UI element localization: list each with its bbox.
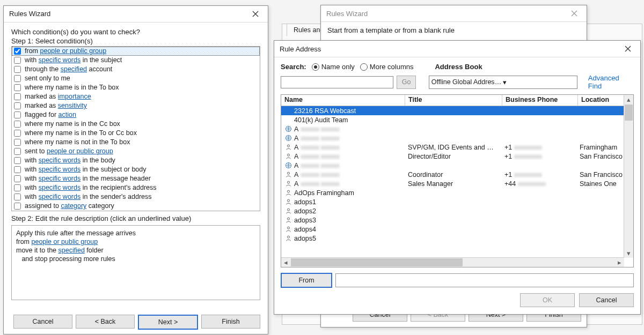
condition-checkbox[interactable] — [14, 139, 21, 146]
condition-row[interactable]: with specific words in the recipient's a… — [12, 183, 260, 192]
go-button[interactable]: Go — [397, 76, 415, 89]
scroll-thumb[interactable] — [625, 105, 633, 121]
svg-point-8 — [287, 199, 289, 202]
from-input[interactable] — [335, 273, 634, 287]
address-book-dropdown[interactable]: Offline Global Address List - galen_grum… — [429, 76, 577, 89]
condition-checkbox[interactable] — [14, 102, 21, 109]
radio-name-only[interactable]: Name only — [312, 63, 355, 71]
scroll-right-icon[interactable]: ▸ — [615, 258, 624, 267]
condition-checkbox[interactable] — [14, 157, 21, 164]
condition-checkbox[interactable] — [14, 111, 21, 118]
back-button[interactable]: < Back — [76, 315, 135, 329]
condition-row[interactable]: where my name is not in the To box — [12, 138, 260, 147]
condition-row[interactable]: with specific words in the message heade… — [12, 174, 260, 183]
condition-link[interactable]: specific words — [39, 166, 81, 173]
radio-more-columns[interactable]: More columns — [360, 63, 414, 71]
close-icon[interactable] — [565, 6, 583, 20]
condition-row[interactable]: with specific words in the subject or bo… — [12, 165, 260, 174]
condition-link[interactable]: specific words — [39, 184, 81, 191]
vertical-scrollbar[interactable]: ▴ ▾ — [624, 95, 633, 258]
contact-name: A — [294, 125, 298, 133]
condition-link[interactable]: action — [58, 111, 76, 118]
list-item[interactable]: adops3 — [281, 215, 633, 225]
condition-link[interactable]: specific words — [39, 193, 81, 200]
condition-link[interactable]: importance — [58, 93, 91, 100]
scroll-up-icon[interactable]: ▴ — [624, 95, 633, 104]
list-item[interactable]: Axxxxxx xxxxxx — [281, 124, 633, 133]
condition-checkbox[interactable] — [14, 48, 21, 55]
list-item[interactable]: 23216 RSA Webcast — [281, 106, 633, 115]
condition-checkbox[interactable] — [14, 57, 21, 64]
rule-description-box[interactable]: Apply this rule after the message arrive… — [11, 225, 260, 300]
condition-row[interactable]: marked as importance — [12, 92, 260, 101]
condition-checkbox[interactable] — [14, 84, 21, 91]
advanced-find-link[interactable]: Advanced Find — [588, 74, 634, 90]
search-input[interactable] — [281, 76, 393, 88]
condition-link[interactable]: sensitivity — [58, 102, 87, 109]
finish-button[interactable]: Finish — [201, 315, 260, 329]
condition-checkbox[interactable] — [14, 66, 21, 73]
condition-checkbox[interactable] — [14, 130, 21, 137]
condition-row[interactable]: sent only to me — [12, 74, 260, 83]
condition-link[interactable]: people or public group — [47, 147, 113, 155]
condition-link[interactable]: category — [61, 202, 86, 210]
condition-checkbox[interactable] — [14, 175, 21, 182]
condition-checkbox[interactable] — [14, 203, 21, 210]
list-item[interactable]: adops1 — [281, 197, 633, 206]
condition-row[interactable]: through the specified account — [12, 65, 260, 74]
list-item[interactable]: Axxxxxx xxxxxxSVP/GM, IDG Events and C…+… — [281, 143, 633, 152]
condition-row[interactable]: sent to people or public group — [12, 147, 260, 156]
condition-checkbox[interactable] — [14, 148, 21, 155]
col-phone[interactable]: Business Phone — [502, 95, 578, 106]
list-item[interactable]: 401(k) Audit Team — [281, 115, 633, 124]
condition-checkbox[interactable] — [14, 93, 21, 100]
horizontal-scrollbar[interactable]: ◂ ▸ — [281, 257, 624, 267]
condition-row[interactable]: with specific words in the subject — [12, 56, 260, 65]
condition-link[interactable]: specific words — [39, 175, 81, 182]
list-header[interactable]: Name Title Business Phone Location — [281, 95, 633, 106]
desc-people-link[interactable]: people or public group — [31, 238, 98, 245]
list-item[interactable]: Axxxxxx xxxxxx — [281, 133, 633, 143]
scroll-thumb[interactable] — [291, 258, 463, 266]
scroll-left-icon[interactable]: ◂ — [281, 258, 290, 267]
condition-link[interactable]: specific words — [39, 157, 81, 164]
from-button[interactable]: From — [281, 273, 332, 288]
list-item[interactable]: adops4 — [281, 225, 633, 234]
list-item[interactable]: adops2 — [281, 206, 633, 215]
contacts-list[interactable]: Name Title Business Phone Location 23216… — [281, 94, 634, 267]
condition-link[interactable]: specific words — [39, 56, 81, 64]
list-item[interactable]: Axxxxxx xxxxxxCoordinator+1 xxxxxxxxxSan… — [281, 170, 633, 179]
condition-row[interactable]: marked as sensitivity — [12, 101, 260, 110]
list-item[interactable]: Axxxxxx xxxxxxSales Manager+44 xxxxxxxxx… — [281, 179, 633, 188]
condition-row[interactable]: where my name is in the To or Cc box — [12, 129, 260, 138]
condition-row[interactable]: where my name is in the Cc box — [12, 120, 260, 129]
list-item[interactable]: AdOps Framingham — [281, 188, 633, 197]
condition-row[interactable]: flagged for action — [12, 110, 260, 120]
condition-checkbox[interactable] — [14, 121, 21, 128]
condition-link[interactable]: people or public group — [40, 47, 106, 55]
condition-checkbox[interactable] — [14, 193, 21, 200]
col-name[interactable]: Name — [281, 95, 405, 106]
condition-checkbox[interactable] — [14, 75, 21, 82]
close-icon[interactable] — [246, 7, 265, 21]
desc-specified-link[interactable]: specified — [58, 247, 85, 254]
condition-row[interactable]: from people or public group — [12, 47, 260, 56]
condition-checkbox[interactable] — [14, 184, 21, 191]
condition-checkbox[interactable] — [14, 166, 21, 173]
list-item[interactable]: Axxxxxx xxxxxx — [281, 161, 633, 170]
condition-row[interactable]: with specific words in the body — [12, 156, 260, 165]
scroll-down-icon[interactable]: ▾ — [624, 249, 633, 258]
close-icon[interactable] — [619, 42, 637, 56]
condition-row[interactable]: assigned to category category — [12, 202, 260, 211]
condition-row[interactable]: where my name is in the To box — [12, 83, 260, 92]
conditions-list[interactable]: from people or public groupwith specific… — [11, 46, 260, 211]
cancel-button[interactable]: Cancel — [579, 293, 634, 307]
list-item[interactable]: Axxxxxx xxxxxxDirector/Editor+1 xxxxxxxx… — [281, 152, 633, 161]
condition-link[interactable]: specified — [61, 65, 87, 73]
next-button[interactable]: Next > — [138, 315, 198, 330]
list-item[interactable]: adops5 — [281, 234, 633, 243]
condition-row[interactable]: with specific words in the sender's addr… — [12, 192, 260, 202]
person-icon — [284, 198, 292, 206]
col-title[interactable]: Title — [405, 95, 502, 106]
cancel-button[interactable]: Cancel — [13, 315, 72, 329]
